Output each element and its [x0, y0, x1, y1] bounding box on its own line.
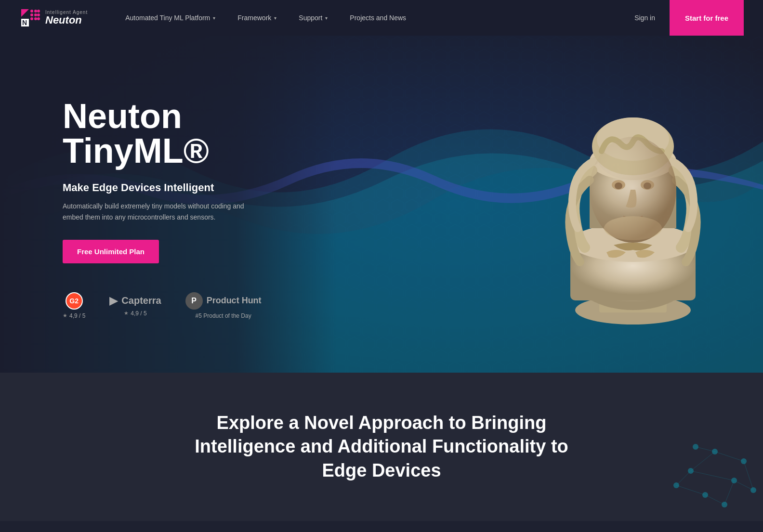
badge-producthunt: P Product Hunt #5 Product of the Day [185, 292, 262, 319]
hero-title-line2: TinyML® [63, 133, 262, 168]
svg-point-6 [37, 13, 40, 16]
g2-icon: G2 [66, 292, 83, 310]
hero-content: Neuton TinyML® Make Edge Devices Intelli… [0, 60, 262, 348]
section2: Explore a Novel Approach to Bringing Int… [0, 373, 763, 521]
chevron-down-icon: ▾ [213, 15, 215, 21]
badge-capterra: ▶ Capterra ★ 4,9 / 5 [109, 295, 161, 317]
hero-bust-image [532, 65, 734, 334]
svg-point-8 [34, 17, 37, 20]
svg-line-50 [705, 495, 724, 505]
svg-point-1 [30, 10, 33, 13]
producthunt-icon: P [185, 292, 203, 310]
producthunt-logo: P Product Hunt [185, 292, 262, 310]
start-free-button[interactable]: Start for free [670, 0, 744, 36]
badges-row: G2 ★ 4,9 / 5 ▶ Capterra ★ 4,9 / 5 [63, 292, 262, 319]
svg-line-53 [676, 471, 691, 485]
chevron-down-icon: ▾ [274, 15, 276, 21]
nav-item-platform[interactable]: Automated Tiny ML Platform ▾ [117, 0, 224, 36]
producthunt-sub: #5 Product of the Day [196, 312, 251, 319]
sign-in-button[interactable]: Sign in [630, 14, 660, 22]
hero-description: Automatically build extremely tiny model… [63, 201, 255, 222]
capterra-icon: ▶ [109, 295, 118, 307]
section2-title: Explore a Novel Approach to Bringing Int… [189, 411, 574, 482]
navbar: N Intelligent Agent Neuton Automated Tin… [0, 0, 763, 36]
nav-item-projects[interactable]: Projects and News [341, 0, 415, 36]
svg-point-34 [590, 137, 676, 243]
hero-title-line1: Neuton [63, 99, 262, 133]
svg-point-3 [37, 10, 40, 13]
svg-line-52 [696, 447, 715, 452]
svg-point-4 [30, 13, 33, 16]
svg-line-48 [724, 480, 734, 505]
svg-point-2 [34, 10, 37, 13]
nav-links: Automated Tiny ML Platform ▾ Framework ▾… [117, 0, 630, 36]
svg-point-7 [30, 17, 33, 20]
svg-line-49 [676, 485, 705, 495]
svg-line-45 [715, 452, 744, 461]
svg-line-46 [691, 471, 734, 480]
badge-g2: G2 ★ 4,9 / 5 [63, 292, 85, 319]
svg-text:N: N [22, 19, 27, 26]
nav-right: Sign in Start for free [630, 0, 744, 36]
logo-name: Neuton [45, 15, 88, 26]
capterra-logo: ▶ Capterra [109, 295, 161, 307]
logo[interactable]: N Intelligent Agent Neuton [19, 7, 88, 28]
hero-section: Neuton TinyML® Make Edge Devices Intelli… [0, 36, 763, 373]
logo-text: Intelligent Agent Neuton [45, 10, 88, 26]
cta-button[interactable]: Free Unlimited Plan [63, 240, 159, 263]
nav-item-support[interactable]: Support ▾ [290, 0, 336, 36]
svg-point-9 [37, 17, 40, 20]
g2-rating: ★ 4,9 / 5 [63, 312, 85, 319]
capterra-rating: ★ 4,9 / 5 [124, 310, 146, 317]
svg-line-44 [691, 452, 715, 471]
svg-marker-0 [21, 9, 29, 17]
nav-item-framework[interactable]: Framework ▾ [229, 0, 285, 36]
g2-logo: G2 [66, 292, 83, 310]
hero-subtitle: Make Edge Devices Intelligent [63, 182, 262, 194]
logo-icon: N [19, 7, 40, 28]
chevron-down-icon: ▾ [325, 15, 328, 21]
svg-point-5 [34, 13, 37, 16]
